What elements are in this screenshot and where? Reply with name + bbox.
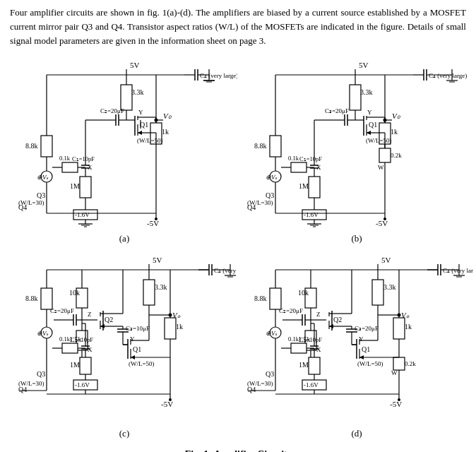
r88k-label-a: 8.8k: [25, 142, 38, 150]
svg-text:W: W: [378, 164, 384, 171]
vo-label-a: V₀: [163, 112, 172, 120]
svg-text:1k: 1k: [176, 323, 183, 331]
x-label-a: X: [88, 164, 93, 171]
svg-text:3.3k: 3.3k: [360, 88, 373, 96]
svg-rect-189: [165, 318, 176, 339]
q1-wl-a: (W/L=50): [137, 137, 163, 144]
svg-text:C₄ (very large): C₄ (very large): [429, 72, 467, 79]
r33k-label-a: 3.3k: [131, 88, 144, 96]
svg-rect-212: [62, 343, 78, 353]
label-a: (a): [11, 230, 237, 249]
svg-text:0.1k: 0.1k: [288, 155, 299, 162]
circuit-b: 5V 3.3k C₃=20μF 1k V: [239, 55, 475, 250]
svg-text:8.8k: 8.8k: [254, 295, 267, 302]
svg-text:Q4: Q4: [247, 203, 256, 211]
svg-marker-90: [367, 131, 371, 135]
bias-label-a: -1.6V: [75, 211, 90, 218]
svg-text:3.3k: 3.3k: [383, 283, 396, 291]
svg-text:1k: 1k: [405, 323, 412, 331]
svg-text:Q3: Q3: [266, 370, 274, 378]
5v-label-a: 5V: [130, 61, 140, 69]
svg-text:C₁=10pF: C₁=10pF: [299, 155, 322, 162]
fig-title: Fig. 1: Amplifier Circuits: [10, 449, 466, 452]
svg-text:3.3k: 3.3k: [155, 283, 167, 291]
svg-text:Q2: Q2: [105, 316, 113, 323]
svg-text:0.1k: 0.1k: [59, 335, 71, 343]
svg-text:X: X: [316, 346, 321, 353]
svg-text:X: X: [316, 164, 321, 171]
svg-rect-119: [309, 177, 320, 198]
svg-text:Q3: Q3: [37, 370, 45, 378]
svg-rect-3: [121, 85, 132, 110]
svg-point-346: [398, 398, 400, 401]
svg-rect-67: [350, 85, 361, 110]
svg-text:-1.6V: -1.6V: [304, 381, 319, 388]
circuit-c: 5V 3.3k 10k C₂=20μF: [10, 250, 239, 445]
svg-text:W: W: [391, 369, 398, 376]
svg-text:Q1: Q1: [362, 345, 370, 353]
svg-text:Q4: Q4: [247, 386, 256, 393]
c2-label-a: C₂=20μF: [100, 107, 124, 114]
q3-label-a: Q3: [37, 191, 45, 199]
svg-text:C₃=20μF: C₃=20μF: [355, 325, 379, 332]
svg-text:Q1: Q1: [369, 121, 377, 129]
svg-point-240: [169, 398, 172, 401]
svg-text:Q1: Q1: [133, 345, 141, 353]
svg-text:0.1k: 0.1k: [288, 335, 299, 343]
svg-text:1M: 1M: [70, 361, 80, 369]
svg-text:Q3: Q3: [266, 191, 274, 199]
svg-rect-95: [270, 136, 281, 157]
label-b: (b): [240, 230, 473, 249]
svg-text:5V: 5V: [381, 256, 391, 264]
svg-text:0.2k: 0.2k: [391, 152, 402, 159]
svg-rect-223: [80, 357, 91, 374]
svg-text:V₀: V₀: [392, 112, 400, 120]
q1-label-a: Q1: [140, 121, 148, 129]
svg-text:8.8k: 8.8k: [25, 295, 38, 302]
svg-text:⊕Vₛ: ⊕Vₛ: [266, 174, 278, 181]
svg-rect-25: [41, 136, 52, 157]
svg-text:⊕Vₛ: ⊕Vₛ: [37, 330, 49, 337]
svg-rect-100: [379, 148, 391, 162]
circuit-d-svg: 5V 3.3k 10k C₂=20μF: [240, 253, 473, 422]
r1k-label-a: 1k: [162, 128, 169, 136]
circuit-c-svg: 5V 3.3k 10k C₂=20μF: [11, 253, 237, 422]
circuit-d: 5V 3.3k 10k C₂=20μF: [239, 250, 475, 445]
svg-text:(W/L=50): (W/L=50): [129, 360, 155, 367]
svg-text:C₃=20μF: C₃=20μF: [325, 107, 349, 114]
svg-rect-108: [291, 162, 307, 172]
label-c: (c): [11, 425, 237, 444]
svg-text:Z: Z: [316, 311, 321, 318]
neg5v-label-a: -5V: [147, 219, 159, 227]
svg-rect-290: [393, 318, 405, 339]
intro-paragraph: Four amplifier circuits are shown in fig…: [10, 6, 466, 48]
svg-marker-176: [100, 324, 105, 328]
circuit-a: 5V 3.3k C₂=20μF 1k: [10, 55, 239, 250]
r01k-label-a: 0.1k: [59, 155, 71, 162]
svg-rect-298: [270, 288, 281, 309]
svg-text:(W/L=50): (W/L=50): [357, 360, 383, 367]
svg-rect-294: [393, 357, 405, 370]
svg-text:-5V: -5V: [376, 219, 388, 227]
svg-rect-253: [372, 280, 383, 305]
y-label-a: Y: [138, 109, 143, 116]
page: Four amplifier circuits are shown in fig…: [0, 0, 476, 452]
svg-rect-41: [80, 177, 91, 198]
svg-text:1M: 1M: [299, 182, 309, 190]
label-d: (d): [240, 425, 473, 444]
circuit-a-svg: 5V 3.3k C₂=20μF 1k: [11, 58, 237, 227]
svg-rect-152: [143, 280, 155, 305]
svg-text:Z: Z: [88, 311, 92, 318]
svg-marker-23: [138, 131, 142, 135]
svg-rect-330: [309, 357, 320, 374]
svg-text:-1.6V: -1.6V: [75, 381, 90, 388]
svg-text:1M: 1M: [299, 361, 309, 369]
svg-text:Q4: Q4: [18, 386, 27, 393]
svg-rect-319: [291, 343, 307, 353]
r1m-label-a: 1M: [70, 182, 80, 190]
svg-text:5V: 5V: [359, 61, 369, 69]
svg-text:⊕Vₛ: ⊕Vₛ: [266, 330, 278, 337]
svg-point-53: [155, 218, 157, 220]
svg-rect-32: [62, 162, 78, 172]
svg-text:Q2: Q2: [333, 316, 342, 323]
